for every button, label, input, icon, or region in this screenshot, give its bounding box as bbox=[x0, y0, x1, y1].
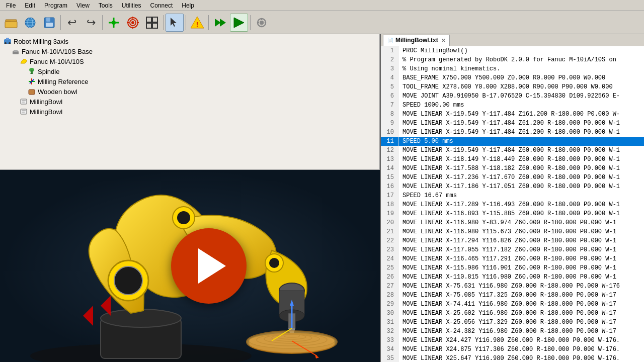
menu-edit[interactable]: Edit bbox=[21, 2, 39, 10]
code-line-5[interactable]: 5TOOL_FRAME X278.600 Y0.000 X288.000 R90… bbox=[381, 82, 644, 92]
add-point-btn[interactable] bbox=[105, 14, 123, 32]
play-all-btn[interactable] bbox=[211, 14, 229, 32]
code-line-35[interactable]: 35MOVE LINEAR X25.647 Y116.980 Z60.000 R… bbox=[381, 354, 644, 362]
code-line-34[interactable]: 34MOVE LINEAR X24.875 Y117.306 Z60.000 R… bbox=[381, 345, 644, 354]
select-btn[interactable] bbox=[166, 14, 184, 32]
code-line-24[interactable]: 24MOVE LINEAR X-116.465 Y117.291 Z60.000… bbox=[381, 254, 644, 263]
menu-tools[interactable]: Tools bbox=[95, 2, 117, 10]
tree-label-milling-ref: Milling Reference bbox=[38, 78, 88, 85]
code-line-30[interactable]: 30MOVE LINEAR X-25.602 Y116.980 Z60.000 … bbox=[381, 309, 644, 318]
tree-label-wooden-bowl: Wooden bowl bbox=[38, 88, 77, 96]
save-btn[interactable] bbox=[40, 14, 58, 32]
code-line-19[interactable]: 19MOVE LINEAR X-116.893 Y-115.885 Z60.00… bbox=[381, 209, 644, 218]
svg-point-13 bbox=[112, 21, 116, 25]
line-content-26: MOVE LINEAR X-110.815 Y116.980 Z60.000 R… bbox=[398, 273, 616, 282]
tree-item-wooden-bowl[interactable]: Wooden bowl bbox=[2, 86, 377, 97]
line-number-16: 16 bbox=[381, 182, 398, 191]
svg-text:!: ! bbox=[196, 21, 198, 28]
tree-item-millingbowl2[interactable]: MillingBowl bbox=[2, 107, 377, 117]
code-line-3[interactable]: 3% Using nominal kinematics. bbox=[381, 64, 644, 73]
tree-item-fanuc-base[interactable]: Fanuc M-10iA/10S Base bbox=[2, 46, 377, 56]
viewport-3d bbox=[0, 170, 380, 362]
menu-utilities[interactable]: Utilities bbox=[118, 2, 145, 10]
code-line-22[interactable]: 22MOVE LINEAR X-117.294 Y116.826 Z60.000… bbox=[381, 236, 644, 245]
fit-btn[interactable] bbox=[143, 14, 161, 32]
globe-btn[interactable] bbox=[21, 14, 39, 32]
menu-bar: File Edit Program View Tools Utilities C… bbox=[0, 0, 644, 11]
undo-btn[interactable]: ↩ bbox=[63, 14, 81, 32]
menu-help[interactable]: Help bbox=[178, 2, 198, 10]
line-content-11: SPEED 5.00 mms bbox=[398, 137, 453, 146]
code-line-16[interactable]: 16MOVE LINEAR X-117.186 Y-117.051 Z60.00… bbox=[381, 182, 644, 191]
tree-item-fanuc-robot[interactable]: Fanuc M-10iA/10S bbox=[2, 56, 377, 66]
run-btn[interactable] bbox=[230, 14, 248, 32]
line-content-34: MOVE LINEAR X24.875 Y117.306 Z60.000 R-1… bbox=[398, 345, 620, 354]
code-line-28[interactable]: 28MOVE LINEAR X-75.085 Y117.325 Z60.000 … bbox=[381, 291, 644, 300]
tree-item-spindle[interactable]: Spindle bbox=[2, 66, 377, 76]
svg-marker-30 bbox=[234, 18, 244, 28]
line-content-2: % Program generated by RoboDK 2.0.0 for … bbox=[398, 55, 616, 64]
code-line-1[interactable]: 1PROC MillingBowl() bbox=[381, 46, 644, 55]
code-line-14[interactable]: 14MOVE LINEAR X-117.588 Y-118.182 Z60.00… bbox=[381, 164, 644, 173]
play-button[interactable] bbox=[171, 228, 247, 304]
code-line-26[interactable]: 26MOVE LINEAR X-110.815 Y116.980 Z60.000… bbox=[381, 273, 644, 282]
code-line-23[interactable]: 23MOVE LINEAR X-117.055 Y117.182 Z60.000… bbox=[381, 245, 644, 254]
line-content-25: MOVE LINEAR X-115.986 Y116.901 Z60.000 R… bbox=[398, 263, 616, 273]
open-folder-btn[interactable] bbox=[2, 14, 20, 32]
code-line-9[interactable]: 9MOVE LINEAR X-119.549 Y-117.484 Z61.200… bbox=[381, 119, 644, 128]
svg-point-37 bbox=[9, 42, 11, 44]
svg-point-60 bbox=[177, 211, 190, 224]
svg-rect-10 bbox=[46, 23, 53, 27]
redo-btn[interactable]: ↪ bbox=[82, 14, 100, 32]
line-content-29: MOVE LINEAR X-74.411 Y116.980 Z60.000 R-… bbox=[398, 300, 616, 309]
code-line-21[interactable]: 21MOVE LINEAR X-116.980 Y115.673 Z60.000… bbox=[381, 227, 644, 236]
line-content-10: MOVE LINEAR X-119.549 Y-117.484 Z61.200 … bbox=[398, 128, 620, 137]
code-line-32[interactable]: 32MOVE LINEAR X-24.382 Y116.980 Z60.000 … bbox=[381, 327, 644, 336]
code-area[interactable]: 1PROC MillingBowl()2% Program generated … bbox=[381, 46, 644, 362]
tree-item-millingbowl1[interactable]: MillingBowl bbox=[2, 97, 377, 107]
tree-item-robot-milling[interactable]: Robot Milling 3axis bbox=[2, 36, 377, 46]
code-line-11[interactable]: 11SPEED 5.00 mms bbox=[381, 137, 644, 146]
line-number-4: 4 bbox=[381, 73, 398, 82]
menu-connect[interactable]: Connect bbox=[146, 2, 177, 10]
code-line-31[interactable]: 31MOVE LINEAR X-25.056 Y117.329 Z60.000 … bbox=[381, 318, 644, 327]
code-line-15[interactable]: 15MOVE LINEAR X-117.236 Y-117.670 Z60.00… bbox=[381, 173, 644, 182]
svg-point-16 bbox=[131, 21, 134, 24]
code-line-2[interactable]: 2% Program generated by RoboDK 2.0.0 for… bbox=[381, 55, 644, 64]
code-line-7[interactable]: 7SPEED 1000.00 mms bbox=[381, 101, 644, 110]
line-content-1: PROC MillingBowl() bbox=[398, 46, 468, 55]
code-line-12[interactable]: 12MOVE LINEAR X-119.549 Y-117.484 Z60.00… bbox=[381, 146, 644, 155]
code-line-8[interactable]: 8MOVE LINEAR X-119.549 Y-117.484 Z161.20… bbox=[381, 110, 644, 119]
code-line-6[interactable]: 6MOVE JOINT A39.910950 B-17.076520 C-15.… bbox=[381, 92, 644, 101]
code-line-17[interactable]: 17SPEED 16.67 mms bbox=[381, 191, 644, 200]
line-content-31: MOVE LINEAR X-25.056 Y117.329 Z60.000 R-… bbox=[398, 318, 616, 327]
code-line-20[interactable]: 20MOVE LINEAR X-116.980 Y-83.974 Z60.000… bbox=[381, 218, 644, 227]
code-line-13[interactable]: 13MOVE LINEAR X-118.149 Y-118.449 Z60.00… bbox=[381, 155, 644, 164]
code-editor-panel: 📄 MillingBowl.txt ✕ 1PROC MillingBowl()2… bbox=[380, 34, 644, 362]
tree-item-milling-ref[interactable]: Milling Reference bbox=[2, 76, 377, 86]
fanuc-base-icon bbox=[11, 47, 20, 56]
menu-file[interactable]: File bbox=[2, 2, 20, 10]
svg-point-58 bbox=[114, 266, 142, 295]
code-line-33[interactable]: 33MOVE LINEAR X24.427 Y116.980 Z60.000 R… bbox=[381, 336, 644, 345]
code-tab[interactable]: 📄 MillingBowl.txt ✕ bbox=[383, 35, 450, 46]
code-line-10[interactable]: 10MOVE LINEAR X-119.549 Y-117.484 Z61.20… bbox=[381, 128, 644, 137]
svg-rect-46 bbox=[29, 89, 35, 95]
left-panel: Robot Milling 3axis Fanuc M-10iA/10S Bas… bbox=[0, 34, 380, 362]
line-number-10: 10 bbox=[381, 128, 398, 137]
target-btn[interactable] bbox=[124, 14, 142, 32]
code-line-29[interactable]: 29MOVE LINEAR X-74.411 Y116.980 Z60.000 … bbox=[381, 300, 644, 309]
menu-program[interactable]: Program bbox=[40, 2, 71, 10]
settings-btn[interactable] bbox=[253, 14, 271, 32]
menu-view[interactable]: View bbox=[72, 2, 94, 10]
tree-panel: Robot Milling 3axis Fanuc M-10iA/10S Bas… bbox=[0, 34, 380, 170]
code-line-18[interactable]: 18MOVE LINEAR X-117.289 Y-116.493 Z60.00… bbox=[381, 200, 644, 209]
tab-close-btn[interactable]: ✕ bbox=[441, 38, 445, 43]
stop-btn[interactable]: ! bbox=[188, 14, 206, 32]
code-line-4[interactable]: 4BASE_FRAME X750.000 Y500.000 Z0.000 R0.… bbox=[381, 73, 644, 82]
code-line-27[interactable]: 27MOVE LINEAR X-75.631 Y116.980 Z60.000 … bbox=[381, 282, 644, 291]
line-content-9: MOVE LINEAR X-119.549 Y-117.484 Z61.200 … bbox=[398, 119, 620, 128]
code-line-25[interactable]: 25MOVE LINEAR X-115.986 Y116.901 Z60.000… bbox=[381, 263, 644, 273]
line-content-12: MOVE LINEAR X-119.549 Y-117.484 Z60.000 … bbox=[398, 146, 620, 155]
line-content-24: MOVE LINEAR X-116.465 Y117.291 Z60.000 R… bbox=[398, 254, 616, 263]
